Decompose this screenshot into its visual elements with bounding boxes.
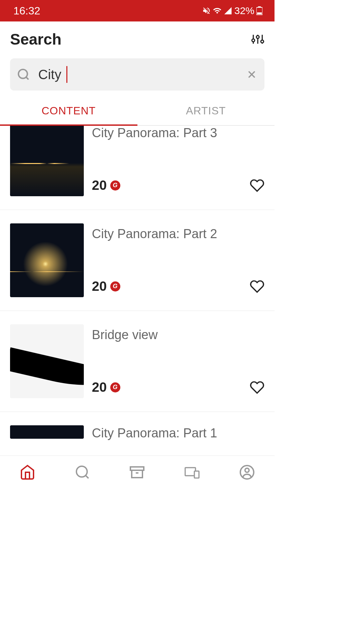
result-info: Bridge view 20 G (92, 324, 264, 398)
devices-icon (184, 464, 200, 480)
search-input[interactable] (30, 67, 246, 82)
price-value: 20 (92, 279, 107, 294)
nav-devices[interactable] (184, 464, 200, 480)
result-title: City Panorama: Part 1 (92, 426, 264, 440)
price: 20 G (92, 279, 120, 294)
profile-icon (239, 464, 255, 480)
search-icon (17, 68, 30, 81)
svg-point-8 (261, 40, 263, 43)
list-item[interactable]: Bridge view 20 G (0, 311, 275, 412)
archive-icon (129, 464, 145, 480)
svg-rect-15 (130, 467, 144, 470)
list-item[interactable]: City Panorama: Part 2 20 G (0, 210, 275, 311)
search-bar[interactable] (10, 58, 264, 91)
nav-home[interactable] (19, 464, 36, 480)
header: Search (0, 21, 275, 52)
status-time: 16:32 (13, 5, 40, 17)
clear-icon[interactable] (246, 68, 258, 80)
result-info: City Panorama: Part 2 20 G (92, 223, 264, 297)
svg-point-9 (18, 69, 27, 78)
mute-icon (202, 6, 211, 15)
result-info: City Panorama: Part 1 (92, 425, 264, 440)
thumbnail (10, 324, 84, 398)
status-bar: 16:32 32% (0, 0, 275, 21)
search-container (0, 52, 275, 97)
price-value: 20 (92, 380, 107, 395)
svg-rect-2 (257, 12, 262, 14)
svg-rect-18 (194, 471, 199, 478)
battery-icon (256, 6, 262, 15)
result-title: City Panorama: Part 2 (92, 227, 264, 241)
page-title: Search (10, 30, 61, 48)
price: 20 G (92, 178, 120, 193)
result-info: City Panorama: Part 3 20 G (92, 126, 264, 196)
price: 20 G (92, 380, 120, 395)
nav-profile[interactable] (239, 464, 255, 480)
heart-icon[interactable] (250, 380, 264, 395)
text-cursor (66, 66, 67, 83)
coin-icon: G (110, 382, 120, 392)
heart-icon[interactable] (250, 178, 264, 193)
svg-line-10 (26, 77, 28, 79)
svg-point-20 (245, 468, 249, 472)
nav-archive[interactable] (129, 464, 145, 480)
tab-content[interactable]: CONTENT (0, 97, 137, 125)
list-item[interactable]: City Panorama: Part 1 (0, 412, 275, 440)
svg-point-13 (76, 466, 87, 477)
tabs: CONTENT ARTIST (0, 97, 275, 126)
coin-icon: G (110, 281, 120, 291)
home-icon (19, 464, 36, 480)
tab-artist[interactable]: ARTIST (137, 97, 275, 125)
filter-icon[interactable] (251, 33, 264, 46)
svg-point-6 (252, 39, 255, 42)
result-title: Bridge view (92, 328, 264, 342)
search-icon (74, 464, 90, 480)
battery-percent: 32% (234, 5, 254, 16)
svg-line-14 (85, 475, 88, 478)
signal-icon (224, 6, 232, 15)
results-list[interactable]: City Panorama: Part 3 20 G City Panorama… (0, 126, 275, 455)
nav-search[interactable] (74, 464, 90, 480)
heart-icon[interactable] (250, 279, 264, 294)
thumbnail (10, 126, 84, 196)
result-title: City Panorama: Part 3 (92, 126, 264, 140)
wifi-icon (213, 6, 222, 15)
status-right: 32% (202, 5, 262, 16)
coin-icon: G (110, 180, 120, 191)
price-value: 20 (92, 178, 107, 193)
bottom-nav (0, 455, 275, 488)
list-item[interactable]: City Panorama: Part 3 20 G (0, 126, 275, 210)
thumbnail (10, 223, 84, 297)
svg-point-7 (256, 36, 259, 38)
thumbnail (10, 425, 84, 439)
svg-rect-1 (258, 6, 261, 7)
